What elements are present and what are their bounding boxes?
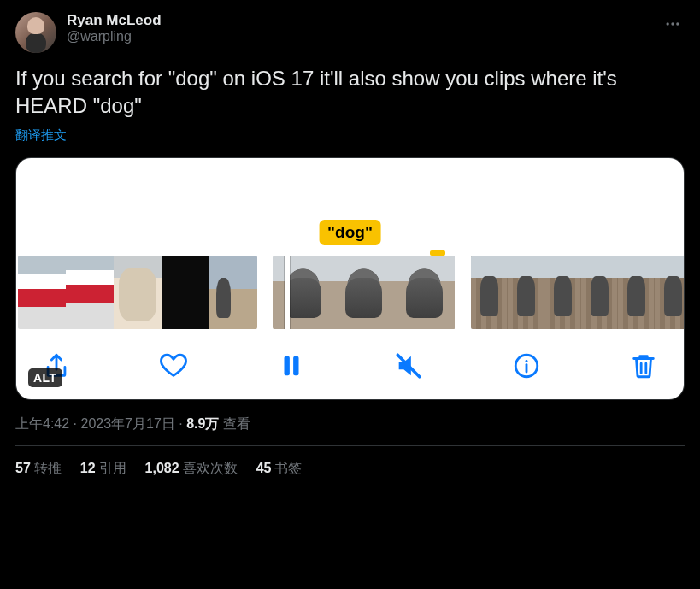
likes-count: 1,082 <box>145 461 179 475</box>
retweets-label: 转推 <box>34 461 62 475</box>
ellipsis-icon <box>664 15 681 32</box>
quotes-count: 12 <box>80 461 96 475</box>
clip-thumbnail[interactable] <box>18 256 257 329</box>
quotes-label: 引用 <box>99 461 126 475</box>
tweet-meta: 上午4:42 · 2023年7月17日 · 8.9万 查看 <box>15 415 685 433</box>
media-inner: "dog" <box>16 158 684 399</box>
meta-sep: · <box>179 416 186 431</box>
frame <box>114 256 162 329</box>
frame <box>66 256 114 329</box>
translate-link[interactable]: 翻译推文 <box>15 127 685 144</box>
info-button[interactable] <box>512 351 541 380</box>
speaker-muted-icon <box>394 351 423 380</box>
views-count: 8.9万 <box>186 416 219 431</box>
avatar[interactable] <box>15 12 56 53</box>
tweet-container: Ryan McLeod @warpling If you search for … <box>0 0 700 478</box>
svg-rect-4 <box>293 356 298 375</box>
frame <box>618 256 655 329</box>
handle: @warpling <box>67 29 661 44</box>
svg-point-2 <box>676 22 679 25</box>
frame <box>209 256 257 329</box>
quotes-stat[interactable]: 12引用 <box>80 460 126 478</box>
author-names[interactable]: Ryan McLeod @warpling <box>67 12 661 44</box>
frame <box>471 256 508 329</box>
like-button[interactable] <box>159 351 188 380</box>
search-term-tooltip: "dog" <box>319 220 381 245</box>
bookmarks-label: 书签 <box>274 461 302 475</box>
heart-icon <box>159 351 188 380</box>
frame <box>394 256 455 329</box>
time[interactable]: 上午4:42 <box>15 416 69 431</box>
media-attachment[interactable]: "dog" <box>15 157 685 400</box>
media-toolbar <box>16 331 684 387</box>
frame <box>655 256 685 329</box>
svg-point-7 <box>525 360 527 362</box>
pause-icon <box>277 351 306 380</box>
tooltip-row: "dog" <box>16 158 684 254</box>
clip-thumbnail[interactable] <box>273 256 456 329</box>
likes-stat[interactable]: 1,082喜欢次数 <box>145 460 238 478</box>
frame <box>508 256 544 329</box>
alt-badge[interactable]: ALT <box>28 368 62 387</box>
trash-icon <box>629 351 658 380</box>
retweets-stat[interactable]: 57转推 <box>15 460 62 478</box>
playhead[interactable] <box>285 256 290 329</box>
clip-thumbnail[interactable] <box>471 256 685 329</box>
mute-button[interactable] <box>394 351 423 380</box>
svg-point-0 <box>667 22 669 25</box>
frame <box>18 256 66 329</box>
frame <box>581 256 618 329</box>
video-timeline[interactable] <box>16 254 684 331</box>
display-name: Ryan McLeod <box>67 12 661 29</box>
frame <box>544 256 581 329</box>
frame <box>162 256 209 329</box>
frame <box>273 256 333 329</box>
date[interactable]: 2023年7月17日 <box>80 416 174 431</box>
svg-point-1 <box>671 22 674 25</box>
views-label: 查看 <box>223 416 250 431</box>
likes-label: 喜欢次数 <box>183 461 238 475</box>
tweet-header: Ryan McLeod @warpling <box>15 12 685 53</box>
frame <box>333 256 394 329</box>
more-button[interactable] <box>661 12 685 39</box>
svg-rect-3 <box>284 356 289 375</box>
tweet-text: If you search for "dog" on iOS 17 it'll … <box>15 65 685 121</box>
tweet-stats: 57转推 12引用 1,082喜欢次数 45书签 <box>15 446 685 478</box>
delete-button[interactable] <box>629 351 658 380</box>
info-icon <box>512 351 541 380</box>
retweets-count: 57 <box>15 461 31 475</box>
bookmarks-count: 45 <box>256 461 272 475</box>
bookmarks-stat[interactable]: 45书签 <box>256 460 303 478</box>
pause-button[interactable] <box>277 351 306 380</box>
